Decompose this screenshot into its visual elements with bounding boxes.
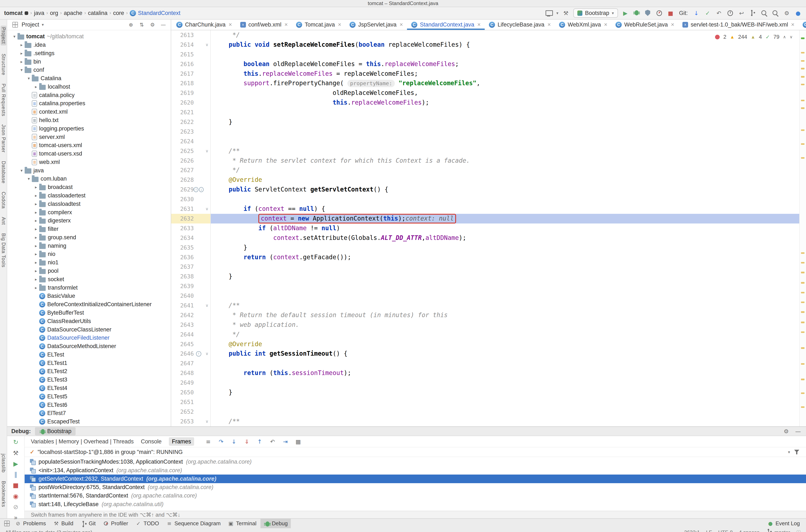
git-revert-icon[interactable]: ↶	[715, 9, 723, 17]
restore-layout-icon[interactable]: ≡	[204, 438, 212, 445]
editor-tab[interactable]: CWebXml.java×	[555, 20, 612, 30]
tool-windows-icon[interactable]	[3, 519, 11, 527]
tree-toggle-icon[interactable]: ▸	[33, 185, 39, 190]
tree-item[interactable]: ▸filter	[7, 225, 171, 233]
stack-frame-row[interactable]: start:148, LifecycleBase(org.apache.cata…	[25, 500, 806, 509]
tree-item[interactable]: CBeforeContextInitializedContainerListen…	[7, 300, 171, 309]
resume-icon[interactable]: ▶	[12, 460, 20, 468]
tree-item[interactable]: CELTest3	[7, 376, 171, 384]
sidebar-item-bookmarks[interactable]: Bookmarks	[1, 481, 6, 507]
tree-item[interactable]: ▾conf	[7, 66, 171, 74]
tree-item[interactable]: ▸bin	[7, 57, 171, 66]
search-everywhere-icon[interactable]	[771, 9, 779, 17]
code-editor[interactable]: 2613 */2614∨ public void setReplaceWelco…	[171, 30, 806, 426]
error-stripe[interactable]	[799, 30, 806, 426]
editor-tab[interactable]: CCharChunk.java×	[172, 20, 236, 30]
tree-toggle-icon[interactable]: ▸	[33, 235, 39, 240]
tree-toggle-icon[interactable]: ▸	[33, 244, 39, 248]
stop-icon[interactable]: ■	[12, 481, 20, 490]
tree-item[interactable]: CELTest1	[7, 359, 171, 367]
sidebar-item-project[interactable]: Project	[1, 26, 6, 45]
debug-bug-icon[interactable]	[633, 9, 640, 17]
panel-settings-gear-icon[interactable]: ⚙	[149, 21, 156, 28]
tree-toggle-icon[interactable]: ▸	[19, 59, 25, 64]
tree-item[interactable]: ▸transformlet	[7, 283, 171, 292]
editor-tab[interactable]: CApplicationContext.java×	[799, 20, 806, 30]
fold-marker-icon[interactable]: ∨	[204, 417, 211, 426]
assistant-icon[interactable]: ●	[794, 9, 802, 17]
status-widget-line-sep[interactable]: LF	[706, 528, 712, 532]
zoom-search-icon[interactable]	[760, 9, 768, 17]
tree-item[interactable]: hello.txt	[7, 116, 171, 125]
tree-item[interactable]: catalina.policy	[7, 91, 171, 99]
rebuild-icon[interactable]: ⚒	[12, 449, 20, 457]
tool-button-terminal[interactable]: ▣Terminal	[225, 518, 259, 528]
tree-item[interactable]: tomcat-users.xsd	[7, 150, 171, 158]
breadcrumb-item[interactable]: org	[50, 10, 58, 16]
tree-item[interactable]: CByteBufferTest	[7, 309, 171, 317]
sidebar-item-codota[interactable]: Codota	[1, 192, 6, 209]
tree-toggle-icon[interactable]: ▸	[19, 42, 25, 48]
collapse-all-icon[interactable]: ⇅	[138, 21, 145, 28]
tree-toggle-icon[interactable]: ▾	[19, 168, 25, 173]
tree-item[interactable]: ▸classloadtest	[7, 200, 171, 208]
tree-item[interactable]: ▸.settings	[7, 49, 171, 57]
filter-icon[interactable]	[793, 448, 801, 456]
tree-item[interactable]: server.xml	[7, 133, 171, 141]
tool-button-build[interactable]: ⚒Build	[50, 518, 76, 528]
heart-icon[interactable]: ♡	[796, 528, 801, 532]
tool-button-debug[interactable]: Debug	[260, 518, 291, 528]
breadcrumb-item[interactable]: java	[34, 10, 44, 16]
close-tab-icon[interactable]: ×	[477, 21, 481, 28]
git-history-icon[interactable]	[726, 9, 734, 17]
run-config-selector[interactable]: Bootstrap▾	[573, 8, 618, 18]
tool-button-sequence-diagram[interactable]: ≡Sequence Diagram	[163, 518, 224, 528]
editor-tab[interactable]: CWebRuleSet.java×	[612, 20, 678, 30]
tree-item[interactable]: ▸nio1	[7, 259, 171, 267]
close-tab-icon[interactable]: ×	[604, 21, 607, 28]
run-icon[interactable]: ▶	[622, 9, 629, 17]
debug-settings-gear-icon[interactable]: ⚙	[783, 428, 790, 435]
settings-gear-icon[interactable]: ⚙	[783, 9, 791, 17]
tree-item[interactable]: ▸broadcast	[7, 183, 171, 191]
sidebar-item-jclasslib[interactable]: jclasslib	[1, 454, 6, 473]
evaluate-expression-icon[interactable]: ▦	[294, 438, 302, 445]
tree-item[interactable]: ▸socket	[7, 275, 171, 283]
tree-item[interactable]: ▾Catalina	[7, 74, 171, 83]
sidebar-item-database[interactable]: Database	[1, 161, 6, 184]
step-into-icon[interactable]: ↓	[230, 438, 238, 445]
tree-item[interactable]: CELTest4	[7, 384, 171, 393]
chevron-down-icon[interactable]: ▾	[556, 11, 558, 16]
tree-item[interactable]: tomcat-users.xml	[7, 141, 171, 150]
tree-toggle-icon[interactable]: ▸	[33, 202, 39, 206]
view-breakpoints-icon[interactable]: ◉	[12, 492, 20, 500]
coverage-icon[interactable]	[644, 9, 652, 17]
tree-item[interactable]: ▸naming	[7, 242, 171, 250]
tree-item[interactable]: ▸pool	[7, 267, 171, 275]
build-hammer-icon[interactable]: ⚒	[562, 9, 570, 17]
debug-view-tab-frames[interactable]: Frames	[169, 437, 194, 446]
tree-toggle-icon[interactable]: ▸	[33, 193, 39, 198]
locate-file-icon[interactable]: ⊕	[128, 21, 134, 28]
run-to-cursor-icon[interactable]: ⇥	[282, 438, 289, 445]
tree-item[interactable]: ▸digesterx	[7, 216, 171, 225]
pause-icon[interactable]: ∥	[12, 471, 20, 479]
tree-item[interactable]: ▸classloadertest	[7, 191, 171, 200]
tree-item[interactable]: CClassReaderUtils	[7, 317, 171, 325]
status-widget-position[interactable]: 2632:1	[684, 528, 700, 532]
tree-item[interactable]: CBasicValue	[7, 292, 171, 300]
thread-selector-caret[interactable]: ▾	[788, 450, 790, 455]
sidebar-item-ant[interactable]: Ant	[1, 217, 6, 225]
stack-frame-row[interactable]: populateSessionTrackingModes:1038, Appli…	[25, 458, 806, 466]
tree-toggle-icon[interactable]: ▸	[33, 252, 39, 256]
tool-button-git[interactable]: Git	[77, 518, 99, 528]
tree-item[interactable]: logging.properties	[7, 125, 171, 133]
hide-debug-icon[interactable]: —	[794, 428, 802, 435]
close-tab-icon[interactable]: ×	[400, 21, 403, 28]
close-tab-icon[interactable]: ×	[547, 21, 551, 28]
tree-toggle-icon[interactable]: ▸	[33, 260, 39, 265]
sidebar-item-big-data-tools[interactable]: Big Data Tools	[1, 233, 6, 267]
override-marker-icon[interactable]: ↑	[196, 351, 201, 356]
tool-button-profiler[interactable]: Profiler	[100, 518, 131, 528]
tree-item[interactable]: CELTest2	[7, 367, 171, 376]
